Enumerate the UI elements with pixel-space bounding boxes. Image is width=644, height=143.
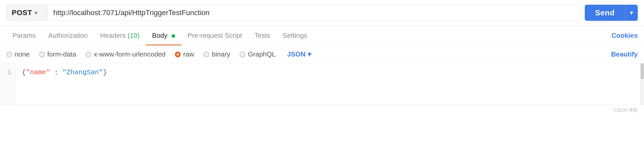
body-options-row: none form-data x-www-form-urlencoded raw… (0, 46, 644, 63)
radio-x-www-form-urlencoded (86, 52, 91, 57)
method-chevron-icon: ▾ (35, 10, 37, 16)
tab-body[interactable]: Body (146, 26, 181, 45)
option-graphql[interactable]: GraphQL (240, 50, 276, 58)
url-bar: POST ▾ Send ▾ (0, 0, 644, 26)
footer: CSDN 博客 (0, 105, 644, 115)
send-button[interactable]: Send (585, 5, 625, 21)
tabs-row: Params Authorization Headers (10) Body P… (0, 26, 644, 46)
option-x-www-form-urlencoded[interactable]: x-www-form-urlencoded (86, 50, 166, 58)
send-chevron-button[interactable]: ▾ (625, 5, 638, 21)
tab-pre-request-script[interactable]: Pre-request Script (181, 26, 248, 45)
option-none[interactable]: none (6, 50, 30, 58)
tab-headers[interactable]: Headers (10) (94, 26, 146, 45)
url-input[interactable] (48, 5, 581, 21)
code-key: "name" (26, 69, 50, 76)
json-format-label: JSON (287, 50, 306, 58)
code-content[interactable]: {"name" : "ZhangSan"} (16, 63, 640, 105)
line-number-1: 1 (4, 69, 11, 76)
tab-authorization[interactable]: Authorization (42, 26, 94, 45)
line-numbers: 1 (0, 63, 16, 105)
radio-none (6, 52, 12, 57)
tab-settings[interactable]: Settings (277, 26, 313, 45)
method-selector[interactable]: POST ▾ (6, 5, 48, 21)
option-raw[interactable]: raw (175, 50, 194, 58)
tabs-right: Cookies (605, 32, 638, 40)
headers-badge: (10) (128, 32, 140, 39)
radio-form-data (39, 52, 45, 57)
radio-graphql (240, 52, 245, 57)
radio-raw (175, 52, 181, 57)
send-btn-group: Send ▾ (585, 5, 638, 21)
code-value: "ZhangSan" (62, 69, 103, 76)
tab-tests[interactable]: Tests (248, 26, 277, 45)
radio-binary (203, 52, 209, 57)
cookies-link[interactable]: Cookies (605, 26, 638, 45)
option-form-data[interactable]: form-data (39, 50, 76, 58)
json-format-selector[interactable]: JSON ▾ (287, 50, 311, 58)
body-active-dot (172, 34, 175, 38)
attribution-text: CSDN 博客 (614, 108, 638, 113)
beautify-button[interactable]: Beautify (611, 50, 638, 58)
editor-area: 1 {"name" : "ZhangSan"} (0, 63, 644, 105)
option-binary[interactable]: binary (203, 50, 230, 58)
method-label: POST (12, 9, 32, 17)
code-open-brace: { (22, 69, 26, 76)
json-format-chevron: ▾ (308, 50, 311, 58)
tab-params[interactable]: Params (6, 26, 42, 45)
code-close-brace: } (103, 69, 107, 76)
scrollbar-thumb[interactable] (641, 63, 644, 79)
code-colon: : (50, 69, 62, 76)
scrollbar-track[interactable] (640, 63, 644, 105)
